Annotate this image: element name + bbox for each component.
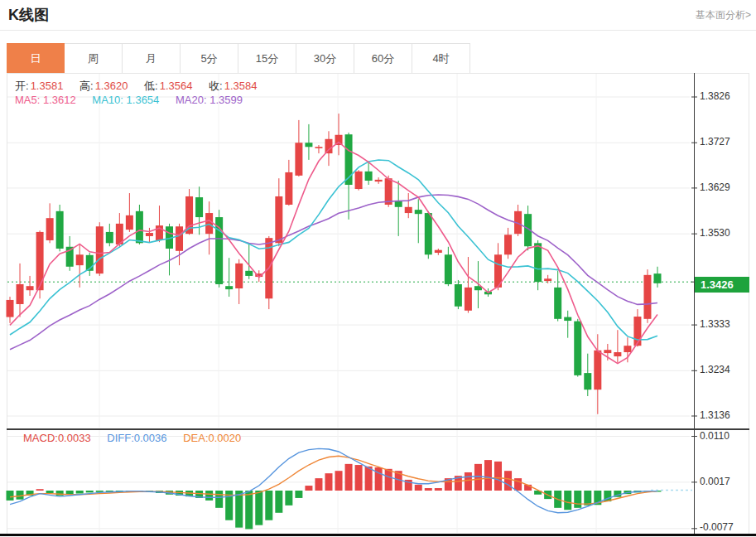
macd-hist-bar [7,491,14,501]
price-axis-tick: 1.3826 [700,90,730,102]
ma10-label: MA10: [92,94,123,106]
candle-body [365,172,373,181]
candle-body [554,288,561,319]
price-axis-tick: 1.3727 [700,136,730,148]
panel-divider [7,428,749,430]
ma10-value: 1.3654 [127,94,160,106]
macd-hist-bar [36,489,44,491]
candle-body [405,207,412,213]
candle-body [643,275,651,319]
candle-body [604,350,611,353]
macd-hist-bar [305,486,312,491]
macd-hist-bar [345,464,353,491]
macd-hist-bar [484,460,492,491]
candle-body [425,213,432,254]
macd-hist-bar [415,485,422,491]
high-label: 高: [79,80,94,92]
macd-hist-bar [275,491,282,513]
candle-body [614,352,621,356]
candle-body [594,351,601,389]
candle-body [375,180,383,181]
macd-hist-bar [365,467,373,491]
macd-legend: MACD:0.0033 DIFF:0.0036 DEA:0.0020 [23,432,241,444]
candle-body [504,235,512,254]
high-value: 1.3620 [95,80,128,92]
candle-body [106,232,113,243]
macd-hist-bar [504,471,512,491]
macd-hist-bar [564,491,571,510]
chart-bottom-scrollbar[interactable] [0,534,756,536]
ma20-label: MA20: [176,94,207,106]
candle-body [146,233,153,236]
ma5-label: MA5: [15,94,40,106]
dea-label: DEA: [183,432,208,444]
low-value: 1.3564 [160,80,193,92]
macd-hist-bar [265,491,272,520]
ma-legend: MA5: 1.3612 MA10: 1.3654 MA20: 1.3599 [15,94,243,106]
candle-body [564,317,571,321]
candle-body [633,317,641,346]
candle-body [205,213,213,234]
macd-hist-bar [46,491,54,493]
current-price-badge: 1.3426 [695,277,749,293]
macd-hist-bar [315,478,322,491]
macd-hist-bar [465,472,472,491]
diff-value: 0.0036 [134,432,167,444]
ma5-value: 1.3612 [43,94,76,106]
ohlc-legend: 开:1.3581 高:1.3620 低:1.3564 收:1.3584 [15,79,257,94]
price-axis-tick: 1.3530 [700,227,730,239]
candle-body [7,300,14,317]
macd-hist-bar [574,491,581,508]
macd-value: 0.0033 [58,432,91,444]
candle-body [285,172,292,205]
candle-body [455,284,462,307]
candle-body [225,286,233,289]
candle-body [136,211,143,244]
macd-hist-bar [86,491,94,492]
macd-label: MACD: [23,432,58,444]
candle-body [445,254,452,284]
macd-axis-tick: 0.0110 [700,430,730,442]
ma5-line [10,143,657,364]
candle-body [584,373,591,389]
macd-hist-bar [245,491,253,529]
candle-body [96,226,104,273]
macd-hist-bar [355,465,363,491]
macd-hist-bar [494,462,502,491]
price-axis-tick: 1.3333 [700,318,730,330]
macd-hist-bar [96,491,104,492]
macd-hist-bar [205,491,213,501]
candle-body [17,284,24,304]
candle-body [26,286,34,290]
candle-body [195,197,203,217]
candle-body [574,322,581,375]
macd-hist-bar [425,488,432,491]
candle-body [534,243,542,282]
macd-hist-bar [375,467,383,491]
dea-value: 0.0020 [209,432,242,444]
candle-body [76,254,84,265]
close-value: 1.3584 [224,80,258,92]
candle-body [295,143,302,176]
candle-body [544,278,551,281]
macd-axis-tick: 0.0017 [700,476,730,487]
macd-hist-bar [295,491,302,498]
price-axis-tick: 1.3234 [700,364,730,375]
macd-hist-bar [335,471,343,491]
candle-body [46,218,54,240]
candle-body [56,211,64,249]
macd-hist-bar [435,488,442,491]
macd-axis-tick: -0.0077 [700,521,734,533]
candle-body [126,215,133,230]
ma20-value: 1.3599 [209,94,243,106]
macd-hist-bar [76,491,84,494]
candle-body [325,139,332,153]
candle-body [654,273,662,283]
candle-body [245,271,253,276]
low-label: 低: [144,80,158,92]
candle-body [235,264,243,288]
price-axis-tick: 1.3136 [700,409,730,421]
close-label: 收: [209,80,223,92]
candle-body [624,346,631,352]
diff-label: DIFF: [107,432,134,444]
